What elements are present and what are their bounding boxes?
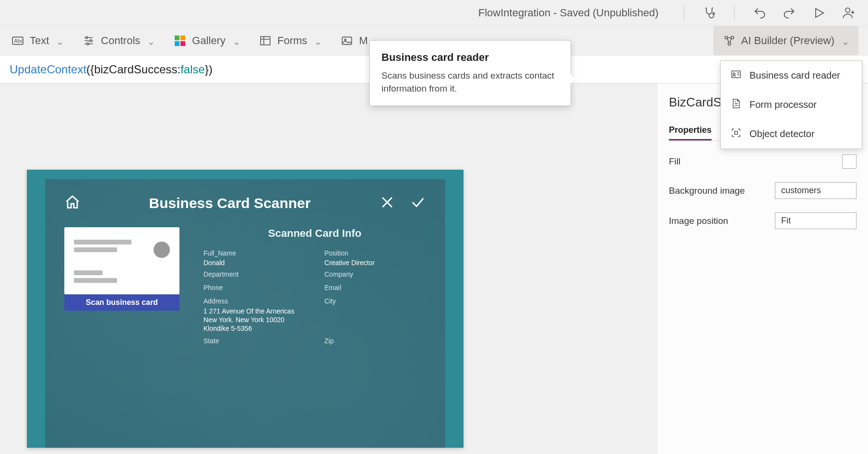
menu-business-card-reader[interactable]: Business card reader	[721, 61, 862, 90]
menu-object-detector[interactable]: Object detector	[721, 119, 862, 149]
health-icon[interactable]	[700, 3, 719, 23]
play-icon[interactable]	[809, 3, 829, 23]
controls-icon	[83, 35, 95, 47]
formula-token: )	[209, 63, 213, 76]
svg-rect-8	[343, 37, 352, 44]
formula-token: (	[86, 63, 90, 76]
forms-icon	[259, 35, 272, 47]
chevron-down-icon	[315, 37, 321, 44]
formula-token: }	[205, 63, 209, 76]
formula-value: false	[180, 63, 205, 76]
chevron-down-icon	[842, 37, 849, 44]
app-screen: Business Card Scanner	[45, 179, 445, 448]
field-email: Email	[324, 284, 426, 293]
bgimage-input[interactable]: customers	[775, 182, 856, 199]
gallery-icon	[174, 35, 186, 47]
ribbon-media[interactable]: M	[341, 35, 368, 47]
prop-label: Fill	[669, 156, 680, 167]
field-state: State	[203, 337, 305, 347]
svg-point-1	[845, 8, 850, 12]
id-card-icon	[730, 69, 742, 82]
divider	[734, 5, 735, 21]
formula-ident: bizCardSuccess	[94, 63, 177, 76]
close-icon[interactable]	[379, 194, 395, 212]
home-icon[interactable]	[64, 194, 81, 212]
svg-rect-7	[261, 36, 270, 45]
field-phone: Phone	[203, 284, 305, 293]
ribbon-gallery[interactable]: Gallery	[174, 35, 240, 47]
ribbon-ai-builder[interactable]: AI Builder (Preview)	[713, 26, 858, 55]
business-card-preview	[64, 227, 179, 294]
svg-point-14	[733, 73, 735, 75]
scan-business-card-button[interactable]: Scan business card	[64, 294, 179, 311]
formula-fn: UpdateContext	[10, 63, 86, 76]
ribbon-label: Text	[30, 35, 49, 47]
formula-token: {	[90, 63, 94, 76]
bounding-box-icon	[730, 127, 742, 141]
field-address: Address 1 271 Avenue Of the Arnericas Ne…	[203, 297, 305, 333]
formula-token: :	[178, 63, 181, 76]
field-city: City	[324, 297, 426, 333]
field-fullname: Full_Name Donald	[203, 249, 305, 267]
imgpos-input[interactable]: Fit	[775, 212, 856, 229]
svg-point-5	[90, 39, 92, 41]
ribbon-label: Forms	[277, 35, 307, 47]
scanned-info: Scanned Card Info Full_Name Donald Posit…	[203, 227, 426, 347]
divider	[684, 5, 684, 21]
svg-point-4	[86, 36, 88, 38]
prop-label: Image position	[669, 216, 728, 226]
prop-label: Background image	[669, 186, 745, 196]
titlebar-icons	[679, 3, 858, 23]
app-screen-title: Business Card Scanner	[81, 195, 379, 211]
ribbon-controls[interactable]: Controls	[83, 35, 155, 47]
tooltip-description: Scans business cards and extracts contac…	[381, 70, 559, 95]
prop-imgpos: Image position Fit	[669, 212, 856, 229]
ribbon-label: M	[359, 35, 368, 47]
menu-label: Business card reader	[749, 70, 840, 81]
undo-icon[interactable]	[750, 3, 769, 23]
field-position: Position Creative Director	[324, 249, 426, 267]
media-icon	[341, 35, 353, 47]
fill-color-swatch[interactable]	[842, 154, 856, 169]
ai-builder-icon	[723, 35, 736, 47]
menu-label: Form processor	[749, 99, 817, 110]
menu-label: Object detector	[749, 128, 815, 140]
document-icon	[730, 98, 742, 112]
ai-builder-menu: Business card reader Form processor Obje…	[720, 60, 862, 149]
ribbon-forms[interactable]: Forms	[259, 35, 321, 47]
share-user-icon[interactable]	[839, 3, 858, 23]
menu-form-processor[interactable]: Form processor	[721, 90, 862, 119]
svg-point-12	[728, 42, 730, 45]
text-icon: Abc	[12, 35, 24, 47]
field-company: Company	[324, 270, 426, 280]
prop-fill: Fill	[669, 154, 856, 169]
card-column: Scan business card	[64, 227, 184, 347]
ribbon-label: Gallery	[192, 35, 226, 47]
field-department: Department	[203, 270, 305, 280]
svg-rect-15	[735, 131, 737, 134]
ribbon-label: AI Builder (Preview)	[741, 35, 834, 47]
svg-point-0	[713, 12, 715, 14]
title-bar: FlowIntegration - Saved (Unpublished)	[0, 0, 868, 26]
chevron-down-icon	[233, 37, 240, 44]
tooltip: Business card reader Scans business card…	[369, 40, 571, 106]
ribbon-label: Controls	[101, 35, 140, 47]
redo-icon[interactable]	[780, 3, 799, 23]
app-body: Scan business card Scanned Card Info Ful…	[64, 227, 426, 347]
chevron-down-icon	[148, 37, 155, 44]
check-icon[interactable]	[410, 194, 426, 212]
ribbon-text[interactable]: Abc Text	[12, 35, 63, 47]
tooltip-title: Business card reader	[381, 51, 559, 64]
svg-text:Abc: Abc	[14, 38, 23, 44]
app-title: FlowIntegration - Saved (Unpublished)	[478, 7, 658, 19]
tab-properties[interactable]: Properties	[669, 121, 712, 140]
prop-bgimage: Background image customers	[669, 182, 856, 199]
app-preview[interactable]: Business Card Scanner	[27, 170, 464, 448]
app-header: Business Card Scanner	[64, 189, 426, 218]
info-title: Scanned Card Info	[203, 227, 426, 240]
field-zip: Zip	[324, 337, 426, 347]
svg-point-6	[87, 43, 89, 45]
chevron-down-icon	[57, 37, 63, 44]
